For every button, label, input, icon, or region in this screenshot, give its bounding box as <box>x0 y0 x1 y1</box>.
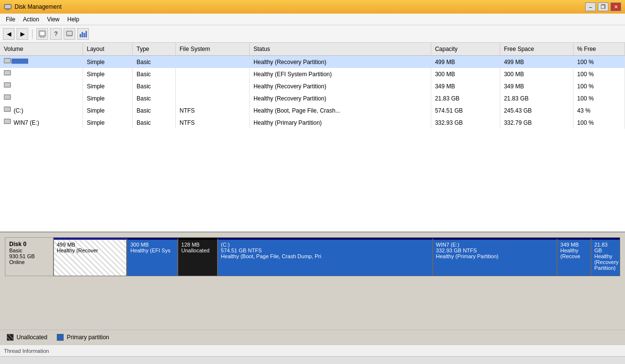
disk-drive-icon <box>4 118 12 127</box>
cell-capacity: 499 MB <box>431 56 500 68</box>
toolbar-sep-1 <box>32 29 33 39</box>
back-button[interactable]: ◀ <box>3 28 15 40</box>
properties-icon <box>38 30 46 38</box>
cell-filesystem <box>175 92 249 104</box>
cell-layout: Simple <box>83 68 133 80</box>
col-type[interactable]: Type <box>133 43 175 56</box>
chart-button[interactable] <box>77 28 89 40</box>
svg-rect-13 <box>85 31 87 37</box>
cell-type: Basic <box>133 56 175 68</box>
cell-freespace: 332.79 GB <box>500 116 573 129</box>
cell-layout: Simple <box>83 56 133 68</box>
svg-rect-12 <box>84 33 85 37</box>
cell-pctfree: 100 % <box>573 56 625 68</box>
forward-button[interactable]: ▶ <box>17 28 28 40</box>
table-row[interactable]: SimpleBasicHealthy (Recovery Partition)2… <box>0 92 625 104</box>
svg-rect-15 <box>4 59 10 63</box>
status-text: Thread Information <box>4 348 49 354</box>
chart-icon <box>79 30 87 38</box>
disk-icon <box>66 30 73 38</box>
cell-type: Basic <box>133 68 175 80</box>
svg-rect-10 <box>80 34 81 37</box>
menu-view[interactable]: View <box>43 15 64 24</box>
partition-desc: Healthy (EFI Sys <box>130 248 174 253</box>
restore-button[interactable]: ❐ <box>598 2 608 11</box>
cell-volume: WIN7 (E:) <box>0 116 83 129</box>
cell-layout: Simple <box>83 116 133 129</box>
table-row[interactable]: WIN7 (E:)SimpleBasicNTFSHealthy (Primary… <box>0 116 625 129</box>
disk-status: Online <box>9 259 49 265</box>
partition-desc: Healthy (Primary Partition) <box>436 253 554 259</box>
menu-help[interactable]: Help <box>64 15 84 24</box>
partition-21gb[interactable]: 21.83 GB Healthy (Recovery Partition) <box>591 238 620 276</box>
col-capacity[interactable]: Capacity <box>431 43 500 56</box>
partition-desc: Healthy (Recove <box>560 248 588 259</box>
cell-status: Healthy (Recovery Partition) <box>249 56 431 68</box>
properties-button[interactable] <box>36 28 48 40</box>
help-button[interactable]: ? <box>50 28 62 40</box>
window-title: Disk Management <box>15 3 62 10</box>
disk-size: 930.51 GB <box>9 253 49 259</box>
cell-filesystem: NTFS <box>175 116 249 129</box>
table-body: SimpleBasicHealthy (Recovery Partition)4… <box>0 56 625 129</box>
properties2-button[interactable] <box>64 28 75 40</box>
cell-status: Healthy (Boot, Page File, Crash... <box>249 104 431 116</box>
toolbar: ◀ ▶ ? <box>0 25 625 43</box>
cell-status: Healthy (Recovery Partition) <box>249 92 431 104</box>
svg-rect-16 <box>12 59 28 64</box>
partition-size: 499 MB <box>57 242 123 248</box>
table-row[interactable]: SimpleBasicHealthy (Recovery Partition)4… <box>0 56 625 68</box>
partition-300mb[interactable]: 300 MB Healthy (EFI Sys <box>127 238 178 276</box>
disk-drive-icon <box>4 58 28 66</box>
disk-partitions: 499 MB Healthy (Recover 300 MB Healthy (… <box>53 237 620 276</box>
disk-name: Disk 0 <box>9 241 49 248</box>
partition-win7[interactable]: WIN7 (E:) 332.93 GB NTFS Healthy (Primar… <box>433 238 557 276</box>
partition-size: 128 MB <box>181 242 214 248</box>
cell-volume <box>0 56 83 68</box>
volume-name: (C:) <box>14 107 23 114</box>
cell-filesystem: NTFS <box>175 104 249 116</box>
cell-freespace: 499 MB <box>500 56 573 68</box>
title-bar-left: Disk Management <box>4 3 62 11</box>
table-row[interactable]: SimpleBasicHealthy (EFI System Partition… <box>0 68 625 80</box>
partition-349mb-2[interactable]: 349 MB Healthy (Recove <box>557 238 591 276</box>
partition-128mb[interactable]: 128 MB Unallocated <box>178 238 218 276</box>
menu-action[interactable]: Action <box>19 15 43 24</box>
close-button[interactable]: ✕ <box>610 2 621 11</box>
minimize-button[interactable]: – <box>585 2 596 11</box>
legend-unallocated: Unallocated <box>7 334 47 341</box>
partition-size: 300 MB <box>130 242 174 248</box>
svg-rect-18 <box>4 71 10 75</box>
table-row[interactable]: SimpleBasicHealthy (Recovery Partition)3… <box>0 80 625 92</box>
col-volume[interactable]: Volume <box>0 43 83 56</box>
disk-drive-icon <box>4 82 12 90</box>
cell-freespace: 300 MB <box>500 68 573 80</box>
partition-size: 21.83 GB <box>594 242 617 253</box>
cell-type: Basic <box>133 104 175 116</box>
title-bar: Disk Management – ❐ ✕ <box>0 0 625 14</box>
col-freespace[interactable]: Free Space <box>500 43 573 56</box>
col-filesystem[interactable]: File System <box>175 43 249 56</box>
legend-primary-partition: Primary partition <box>57 334 109 341</box>
col-pctfree[interactable]: % Free <box>573 43 625 56</box>
svg-rect-1 <box>5 5 11 8</box>
legend-unalloc-label: Unallocated <box>17 334 47 341</box>
col-status[interactable]: Status <box>249 43 431 56</box>
horizontal-scrollbar[interactable] <box>0 356 625 364</box>
cell-filesystem <box>175 56 249 68</box>
svg-rect-11 <box>82 32 83 37</box>
cell-volume <box>0 68 83 80</box>
table-row[interactable]: (C:)SimpleBasicNTFSHealthy (Boot, Page F… <box>0 104 625 116</box>
partition-size: 332.93 GB NTFS <box>436 248 554 253</box>
menu-file[interactable]: File <box>2 15 19 24</box>
legend-primary-label: Primary partition <box>67 334 109 341</box>
legend-primary-box <box>57 334 64 341</box>
partition-c[interactable]: (C:) 574.51 GB NTFS Healthy (Boot, Page … <box>218 238 433 276</box>
col-layout[interactable]: Layout <box>83 43 133 56</box>
cell-pctfree: 100 % <box>573 92 625 104</box>
table-area[interactable]: Volume Layout Type File System Status Ca… <box>0 43 625 232</box>
partition-desc: Healthy (Recover <box>57 248 123 253</box>
cell-volume <box>0 80 83 92</box>
partition-499mb[interactable]: 499 MB Healthy (Recover <box>54 238 127 276</box>
cell-status: Healthy (Recovery Partition) <box>249 80 431 92</box>
